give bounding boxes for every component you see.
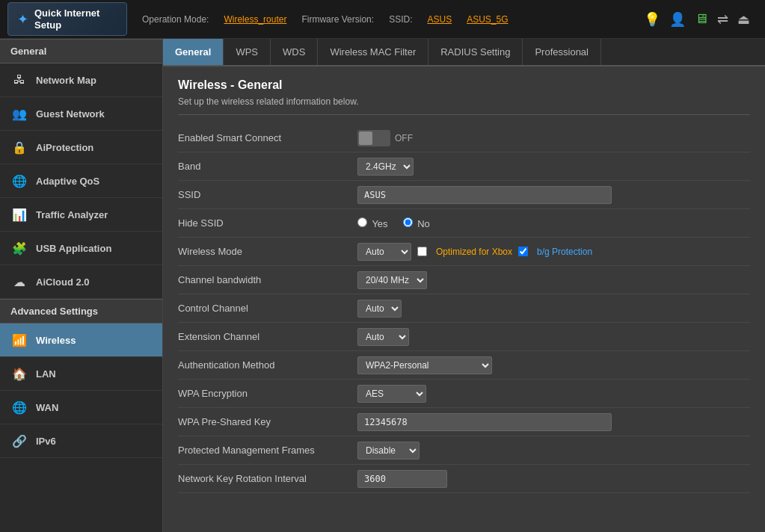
form-row-control-channel: Control Channel Auto 123456: [178, 294, 750, 323]
firmware-label: Firmware Version:: [301, 14, 374, 25]
wan-icon: 🌐: [10, 398, 28, 416]
sidebar-label-guest-network: Guest Network: [36, 108, 105, 120]
wireless-mode-select[interactable]: Auto N Only G Only: [357, 243, 411, 261]
band-label: Band: [178, 161, 357, 172]
tab-wps[interactable]: WPS: [224, 39, 271, 65]
hide-ssid-no-radio[interactable]: [403, 217, 413, 227]
wpa-key-input[interactable]: [357, 413, 612, 431]
operation-mode-value[interactable]: Wireless_router: [224, 14, 286, 25]
sidebar-item-wireless[interactable]: 📶 Wireless: [0, 324, 162, 357]
control-channel-control: Auto 123456: [357, 300, 750, 318]
operation-mode-label: Operation Mode:: [142, 14, 209, 25]
smart-connect-toggle[interactable]: OFF: [357, 130, 413, 146]
pmf-select[interactable]: Disable Optional Required: [357, 442, 420, 460]
channel-bandwidth-control: 20/40 MHz 20 MHz 40 MHz: [357, 271, 750, 289]
wpa-key-label: WPA Pre-Shared Key: [178, 416, 357, 427]
quick-internet-setup-button[interactable]: ✦ Quick InternetSetup: [7, 2, 127, 36]
guest-network-icon: 👥: [10, 105, 28, 123]
traffic-analyzer-icon: 📊: [10, 205, 28, 223]
network-map-icon: 🖧: [10, 71, 28, 89]
topbar-info: Operation Mode: Wireless_router Firmware…: [127, 14, 644, 25]
sidebar-label-wan: WAN: [36, 402, 58, 413]
sidebar-label-network-map: Network Map: [36, 75, 96, 86]
lan-icon: 🏠: [10, 365, 28, 383]
sidebar-item-network-map[interactable]: 🖧 Network Map: [0, 64, 162, 97]
page-subtitle: Set up the wireless related information …: [178, 96, 750, 115]
hide-ssid-control: Yes No: [357, 217, 750, 229]
tab-professional[interactable]: Professional: [523, 39, 601, 65]
bg-protection-checkbox[interactable]: [518, 247, 528, 256]
hide-ssid-yes-radio[interactable]: [357, 217, 367, 227]
auth-method-label: Authentication Method: [178, 359, 357, 371]
smart-connect-label: Enabled Smart Connect: [178, 132, 357, 143]
user-icon[interactable]: 👤: [669, 11, 686, 28]
form-row-pmf: Protected Management Frames Disable Opti…: [178, 436, 750, 465]
tab-general[interactable]: General: [163, 39, 224, 65]
toggle-off-label: OFF: [390, 133, 413, 143]
extension-channel-label: Extension Channel: [178, 331, 357, 342]
auth-method-select[interactable]: Open System WPA-Personal WPA2-Personal W…: [357, 356, 492, 374]
tab-wds[interactable]: WDS: [271, 39, 318, 65]
sidebar-item-wan[interactable]: 🌐 WAN: [0, 391, 162, 424]
channel-bandwidth-select[interactable]: 20/40 MHz 20 MHz 40 MHz: [357, 271, 427, 289]
page-title: Wireless - General: [178, 78, 750, 92]
sidebar-section-general: General: [0, 39, 162, 64]
sidebar-item-lan[interactable]: 🏠 LAN: [0, 357, 162, 391]
sidebar-label-ipv6: IPv6: [36, 436, 56, 447]
wpa-encryption-select[interactable]: AES TKIP TKIP+AES: [357, 385, 426, 403]
tab-wireless-mac-filter[interactable]: Wireless MAC Filter: [318, 39, 428, 65]
control-channel-select[interactable]: Auto 123456: [357, 300, 402, 318]
band-select[interactable]: 2.4GHz 5GHz: [357, 158, 414, 176]
form-row-channel-bandwidth: Channel bandwidth 20/40 MHz 20 MHz 40 MH…: [178, 266, 750, 294]
sidebar-section-advanced: Advanced Settings: [0, 299, 162, 324]
sidebar-item-usb-application[interactable]: 🧩 USB Application: [0, 232, 162, 265]
content-area: General WPS WDS Wireless MAC Filter RADI…: [163, 39, 765, 532]
aiprotection-icon: 🔒: [10, 138, 28, 156]
logout-icon[interactable]: ⏏: [737, 11, 750, 28]
ssid-value2[interactable]: ASUS_5G: [467, 14, 508, 25]
sidebar-label-aicloud: AiCloud 2.0: [36, 276, 90, 288]
tabs-bar: General WPS WDS Wireless MAC Filter RADI…: [163, 39, 765, 66]
sidebar-item-traffic-analyzer[interactable]: 📊 Traffic Analyzer: [0, 198, 162, 232]
bg-protection-label: b/g Protection: [537, 247, 592, 257]
sidebar-label-lan: LAN: [36, 368, 56, 380]
form-row-band: Band 2.4GHz 5GHz: [178, 152, 750, 181]
ssid-label: SSID:: [389, 14, 412, 25]
band-control: 2.4GHz 5GHz: [357, 158, 750, 176]
sidebar-item-aicloud[interactable]: ☁ AiCloud 2.0: [0, 265, 162, 299]
auth-method-control: Open System WPA-Personal WPA2-Personal W…: [357, 356, 750, 374]
aicloud-icon: ☁: [10, 273, 28, 291]
tab-radius-setting[interactable]: RADIUS Setting: [428, 39, 523, 65]
sidebar-item-guest-network[interactable]: 👥 Guest Network: [0, 97, 162, 131]
network-icon[interactable]: 🖥: [695, 11, 708, 27]
form-row-extension-channel: Extension Channel Auto Above Below: [178, 323, 750, 351]
ssid-field-label: SSID: [178, 189, 357, 200]
sidebar: General 🖧 Network Map 👥 Guest Network 🔒 …: [0, 39, 163, 532]
key-rotation-label: Network Key Rotation Interval: [178, 473, 357, 484]
form-row-ssid: SSID: [178, 181, 750, 209]
led-icon[interactable]: 💡: [644, 11, 660, 28]
wireless-icon: 📶: [10, 331, 28, 349]
form-row-auth-method: Authentication Method Open System WPA-Pe…: [178, 351, 750, 380]
ssid-value1[interactable]: ASUS: [427, 14, 452, 25]
optimized-xbox-checkbox[interactable]: [417, 247, 427, 256]
form-row-hide-ssid: Hide SSID Yes No: [178, 209, 750, 238]
sidebar-item-adaptive-qos[interactable]: 🌐 Adaptive QoS: [0, 164, 162, 198]
form-row-wireless-mode: Wireless Mode Auto N Only G Only Optimiz…: [178, 238, 750, 266]
sidebar-item-ipv6[interactable]: 🔗 IPv6: [0, 424, 162, 458]
form-row-key-rotation: Network Key Rotation Interval: [178, 465, 750, 493]
key-rotation-input[interactable]: [357, 470, 447, 488]
extension-channel-select[interactable]: Auto Above Below: [357, 328, 409, 346]
usb-icon[interactable]: ⇌: [717, 11, 728, 28]
sidebar-label-wireless: Wireless: [36, 335, 76, 346]
sidebar-item-aiprotection[interactable]: 🔒 AiProtection: [0, 131, 162, 164]
wpa-encryption-label: WPA Encryption: [178, 388, 357, 399]
setup-label: Quick InternetSetup: [34, 7, 99, 31]
optimized-xbox-label: Optimized for Xbox: [436, 247, 512, 257]
control-channel-label: Control Channel: [178, 303, 357, 314]
channel-bandwidth-label: Channel bandwidth: [178, 274, 357, 285]
ssid-input[interactable]: [357, 186, 612, 204]
topbar-icons: 💡 👤 🖥 ⇌ ⏏: [644, 11, 758, 28]
hide-ssid-no-label[interactable]: No: [403, 217, 430, 229]
hide-ssid-yes-label[interactable]: Yes: [357, 217, 388, 229]
